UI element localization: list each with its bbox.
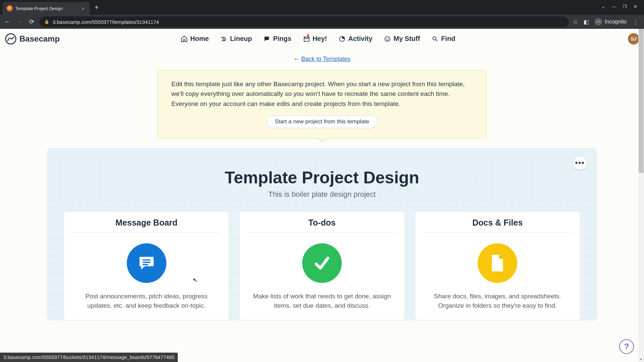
- nav-mystuff[interactable]: My Stuff: [384, 35, 420, 43]
- back-arrow: ←: [293, 56, 301, 62]
- template-notice: Edit this template just like any other B…: [158, 70, 486, 138]
- svg-point-6: [386, 38, 387, 39]
- incognito-icon: 👓: [595, 18, 602, 25]
- nav-label: Lineup: [230, 35, 252, 43]
- favicon-icon: [7, 5, 13, 11]
- logo-text: Basecamp: [19, 34, 60, 44]
- nav-label: Find: [441, 35, 455, 43]
- scroll-down-icon[interactable]: ▾: [638, 356, 644, 362]
- svg-point-5: [385, 36, 390, 41]
- app-nav: Basecamp Home Lineup Pings Hey!: [0, 29, 644, 49]
- card-desc: Make lists of work that needs to get don…: [248, 292, 395, 310]
- pings-icon: [263, 35, 271, 43]
- close-window-icon[interactable]: ✕: [634, 4, 637, 9]
- back-button[interactable]: ←: [3, 18, 11, 25]
- tab-overview-icon[interactable]: ⌄: [601, 4, 605, 9]
- avatar[interactable]: SJ: [628, 33, 639, 45]
- svg-rect-2: [222, 39, 226, 40]
- nav-activity[interactable]: Activity: [338, 35, 372, 43]
- help-button[interactable]: ?: [619, 339, 634, 354]
- svg-rect-3: [222, 40, 226, 41]
- hey-icon: [303, 35, 310, 43]
- nav-label: Pings: [273, 35, 291, 43]
- template-title: Template Project Design: [64, 168, 580, 187]
- svg-rect-1: [221, 37, 225, 38]
- forward-button[interactable]: →: [15, 18, 23, 25]
- help-label: ?: [624, 342, 629, 351]
- card-desc: Share docs, files, images, and spreadshe…: [424, 292, 571, 310]
- new-tab-button[interactable]: +: [95, 4, 99, 11]
- incognito-label: Incognito: [605, 19, 627, 25]
- mystuff-icon: [384, 35, 391, 43]
- status-bar-link: 3.basecamp.com/5550377/buckets/31341174/…: [0, 353, 178, 362]
- back-to-templates: ← Back to Templates: [0, 56, 644, 63]
- more-options-button[interactable]: •••: [573, 156, 587, 170]
- nav-label: Hey!: [313, 35, 327, 43]
- lock-icon: 🔒: [44, 19, 49, 24]
- nav-hey[interactable]: Hey!: [303, 35, 327, 43]
- scrollbar-track[interactable]: ▴ ▾: [638, 29, 644, 362]
- card-todos[interactable]: To-dos Make lists of work that needs to …: [239, 212, 405, 320]
- maximize-icon[interactable]: ❐: [623, 4, 627, 9]
- incognito-badge[interactable]: 👓 Incognito: [595, 18, 627, 25]
- svg-line-9: [436, 40, 438, 41]
- docs-files-icon: [478, 243, 517, 283]
- message-board-icon: [127, 243, 166, 283]
- card-docs-files[interactable]: Docs & Files Share docs, files, images, …: [415, 212, 580, 320]
- nav-home[interactable]: Home: [180, 35, 209, 43]
- nav-label: Home: [190, 35, 209, 43]
- url-text: 3.basecamp.com/5550377/templates/3134117…: [53, 19, 159, 25]
- lineup-icon: [220, 35, 228, 43]
- template-subtitle: This is boiler plate design project: [64, 190, 580, 199]
- browser-menu-icon[interactable]: ⋮: [633, 18, 639, 25]
- search-icon: [431, 35, 439, 43]
- minimize-icon[interactable]: ―: [612, 4, 616, 9]
- address-bar[interactable]: 🔒 3.basecamp.com/5550377/templates/31341…: [40, 16, 569, 27]
- svg-point-8: [433, 37, 436, 40]
- reload-button[interactable]: ⟳: [28, 18, 36, 25]
- home-icon: [180, 35, 188, 43]
- basecamp-logo-icon: [5, 33, 17, 45]
- address-bar-row: ← → ⟳ 🔒 3.basecamp.com/5550377/templates…: [0, 15, 644, 29]
- window-controls: ⌄ ― ❐ ✕: [595, 0, 644, 13]
- notice-arrow-icon: [317, 138, 327, 142]
- card-message-board[interactable]: Message Board Post announcements, pitch …: [64, 212, 229, 320]
- card-title: Docs & Files: [424, 218, 571, 233]
- extensions-icon[interactable]: ◧: [584, 19, 589, 25]
- card-desc: Post announcements, pitch ideas, progres…: [73, 292, 220, 310]
- activity-icon: [338, 35, 346, 43]
- page-content: ▴ ▾ Basecamp Home Lineup Pings: [0, 29, 644, 362]
- card-title: To-dos: [248, 218, 395, 233]
- tab-title: Template Project Design: [15, 6, 77, 11]
- nav-pings[interactable]: Pings: [263, 35, 291, 43]
- notification-dot-icon: [307, 34, 310, 37]
- back-link[interactable]: Back to Templates: [301, 56, 351, 62]
- avatar-initials: SJ: [631, 36, 636, 42]
- template-panel: ••• Template Project Design This is boil…: [47, 148, 597, 320]
- bookmark-icon[interactable]: ☆: [573, 19, 578, 25]
- svg-point-7: [388, 38, 389, 39]
- card-title: Message Board: [73, 218, 220, 233]
- start-project-button[interactable]: Start a new project from this template: [266, 115, 378, 128]
- close-tab-icon[interactable]: ×: [80, 6, 86, 11]
- browser-tab[interactable]: Template Project Design ×: [3, 2, 90, 15]
- basecamp-logo[interactable]: Basecamp: [5, 33, 60, 45]
- notice-text: Edit this template just like any other B…: [171, 79, 473, 109]
- scrollbar-thumb[interactable]: [639, 29, 644, 173]
- nav-label: My Stuff: [393, 35, 420, 43]
- nav-find[interactable]: Find: [431, 35, 455, 43]
- nav-label: Activity: [348, 35, 372, 43]
- browser-tab-strip: Template Project Design × + ⌄ ― ❐ ✕: [0, 0, 644, 15]
- todos-icon: [302, 243, 342, 283]
- nav-lineup[interactable]: Lineup: [220, 35, 252, 43]
